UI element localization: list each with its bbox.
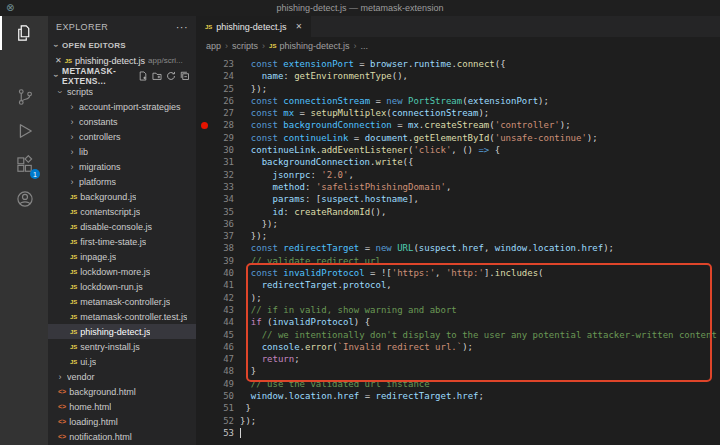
close-tab-icon[interactable]: ✕ xyxy=(295,22,302,31)
line-number[interactable]: 39 xyxy=(196,255,240,267)
tree-item-lib[interactable]: ›lib xyxy=(48,144,196,159)
code-line-31[interactable]: 31 backgroundConnection.write({ xyxy=(196,156,720,168)
tree-item-notification-html[interactable]: <>notification.html xyxy=(48,429,196,444)
line-number[interactable]: 29 xyxy=(196,132,240,144)
breakpoint-dot[interactable] xyxy=(201,122,208,129)
line-number[interactable]: 26 xyxy=(196,95,240,107)
line-number[interactable]: 33 xyxy=(196,181,240,193)
code-line-35[interactable]: 35 id: createRandomId(), xyxy=(196,206,720,218)
tree-item-metamask-controller-js[interactable]: JSmetamask-controller.js xyxy=(48,294,196,309)
code-line-44[interactable]: 44 if (invalidProtocol) { xyxy=(196,316,720,328)
line-number[interactable]: 28 xyxy=(196,119,240,131)
tree-item-home-html[interactable]: <>home.html xyxy=(48,399,196,414)
line-number[interactable]: 32 xyxy=(196,169,240,181)
code-line-52[interactable]: 52}); xyxy=(196,415,720,427)
tree-item-ui-js[interactable]: JSui.js xyxy=(48,354,196,369)
line-number[interactable]: 37 xyxy=(196,230,240,242)
code-line-36[interactable]: 36 }); xyxy=(196,218,720,230)
line-number[interactable]: 49 xyxy=(196,378,240,390)
close-icon[interactable]: ✕ xyxy=(55,56,62,65)
line-number[interactable]: 48 xyxy=(196,365,240,377)
line-number[interactable]: 38 xyxy=(196,242,240,254)
line-number[interactable]: 31 xyxy=(196,156,240,168)
code-line-38[interactable]: 38 const redirectTarget = new URL(suspec… xyxy=(196,242,720,254)
line-number[interactable]: 35 xyxy=(196,206,240,218)
tree-item-contentscript-js[interactable]: JScontentscript.js xyxy=(48,204,196,219)
tree-item-metamask-controller-test-js[interactable]: JSmetamask-controller.test.js xyxy=(48,309,196,324)
line-number[interactable]: 30 xyxy=(196,144,240,156)
line-number[interactable]: 36 xyxy=(196,218,240,230)
code-line-28[interactable]: 28 const backgroundConnection = mx.creat… xyxy=(196,119,720,131)
breadcrumb-scripts[interactable]: scripts xyxy=(232,41,258,51)
tree-item-platforms[interactable]: ›platforms xyxy=(48,174,196,189)
tree-item-background-html[interactable]: <>background.html xyxy=(48,384,196,399)
tree-item-first-time-state-js[interactable]: JSfirst-time-state.js xyxy=(48,234,196,249)
code-line-24[interactable]: 24 name: getEnvironmentType(), xyxy=(196,70,720,82)
code-line-41[interactable]: 41 redirectTarget.protocol, xyxy=(196,279,720,291)
code-line-23[interactable]: 23 const extensionPort = browser.runtime… xyxy=(196,58,720,70)
code-line-39[interactable]: 39 // validate redirect url xyxy=(196,255,720,267)
code-line-34[interactable]: 34 params: [suspect.hostname], xyxy=(196,193,720,205)
line-number[interactable]: 50 xyxy=(196,390,240,402)
code-line-32[interactable]: 32 jsonrpc: '2.0', xyxy=(196,169,720,181)
line-number[interactable]: 40 xyxy=(196,267,240,279)
tree-item-inpage-js[interactable]: JSinpage.js xyxy=(48,249,196,264)
tree-item-disable-console-js[interactable]: JSdisable-console.js xyxy=(48,219,196,234)
line-number[interactable]: 23 xyxy=(196,58,240,70)
breadcrumb-phishing-detect-js[interactable]: JSphishing-detect.js xyxy=(269,41,349,51)
code-line-47[interactable]: 47 return; xyxy=(196,353,720,365)
code-line-33[interactable]: 33 method: 'safelistPhishingDomain', xyxy=(196,181,720,193)
code-line-25[interactable]: 25 }); xyxy=(196,83,720,95)
code-line-29[interactable]: 29 const continueLink = document.getElem… xyxy=(196,132,720,144)
code-line-50[interactable]: 50 window.location.href = redirectTarget… xyxy=(196,390,720,402)
tree-item-loading-html[interactable]: <>loading.html xyxy=(48,414,196,429)
tree-item-phishing-detect-js[interactable]: JSphishing-detect.js xyxy=(48,324,196,339)
code-line-46[interactable]: 46 console.error(`Invalid redirect url.`… xyxy=(196,341,720,353)
code-line-40[interactable]: 40 const invalidProtocol = !['https:', '… xyxy=(196,267,720,279)
code-line-37[interactable]: 37 }); xyxy=(196,230,720,242)
line-number[interactable]: 42 xyxy=(196,292,240,304)
line-number[interactable]: 46 xyxy=(196,341,240,353)
open-editors-header[interactable]: › OPEN EDITORS xyxy=(48,38,196,53)
refresh-icon[interactable] xyxy=(165,70,177,82)
code-line-48[interactable]: 48 } xyxy=(196,365,720,377)
code-line-42[interactable]: 42 ); xyxy=(196,292,720,304)
tree-item-account-import-strategies[interactable]: ›account-import-strategies xyxy=(48,99,196,114)
collapse-all-icon[interactable] xyxy=(179,70,191,82)
new-file-icon[interactable] xyxy=(137,70,149,82)
line-number[interactable]: 24 xyxy=(196,70,240,82)
line-number[interactable]: 25 xyxy=(196,83,240,95)
line-number[interactable]: 27 xyxy=(196,107,240,119)
line-number[interactable]: 45 xyxy=(196,329,240,341)
breadcrumb----[interactable]: ... xyxy=(360,41,368,51)
tree-item-scripts[interactable]: ›scripts xyxy=(48,84,196,99)
line-number[interactable]: 51 xyxy=(196,402,240,414)
source-control-icon[interactable] xyxy=(0,80,48,114)
code-line-45[interactable]: 45 // we intentionally don't display to … xyxy=(196,329,720,341)
code-line-26[interactable]: 26 const connectionStream = new PortStre… xyxy=(196,95,720,107)
extensions-icon[interactable]: 1 xyxy=(0,148,48,182)
line-number[interactable]: 43 xyxy=(196,304,240,316)
breadcrumb-app[interactable]: app xyxy=(206,41,221,51)
tree-item-sentry-install-js[interactable]: JSsentry-install.js xyxy=(48,339,196,354)
tree-item-migrations[interactable]: ›migrations xyxy=(48,159,196,174)
line-number[interactable]: 41 xyxy=(196,279,240,291)
line-number[interactable]: 53 xyxy=(196,427,240,439)
tree-item-lockdown-run-js[interactable]: JSlockdown-run.js xyxy=(48,279,196,294)
project-header[interactable]: › METAMASK-EXTENS... xyxy=(48,68,196,84)
code-editor[interactable]: 23 const extensionPort = browser.runtime… xyxy=(196,55,720,445)
explorer-icon[interactable] xyxy=(0,16,48,50)
tree-item-vendor[interactable]: ›vendor xyxy=(48,369,196,384)
run-debug-icon[interactable] xyxy=(0,114,48,148)
code-line-30[interactable]: 30 continueLink.addEventListener('click'… xyxy=(196,144,720,156)
code-line-53[interactable]: 53 xyxy=(196,427,720,439)
line-number[interactable]: 52 xyxy=(196,415,240,427)
line-number[interactable]: 44 xyxy=(196,316,240,328)
line-number[interactable]: 47 xyxy=(196,353,240,365)
tab-phishing-detect[interactable]: JS phishing-detect.js ✕ xyxy=(196,16,312,37)
line-number[interactable]: 34 xyxy=(196,193,240,205)
account-icon[interactable] xyxy=(0,182,48,216)
new-folder-icon[interactable] xyxy=(151,70,163,82)
code-line-49[interactable]: 49 // use the validated url instance xyxy=(196,378,720,390)
more-actions-icon[interactable]: ··· xyxy=(176,23,188,31)
